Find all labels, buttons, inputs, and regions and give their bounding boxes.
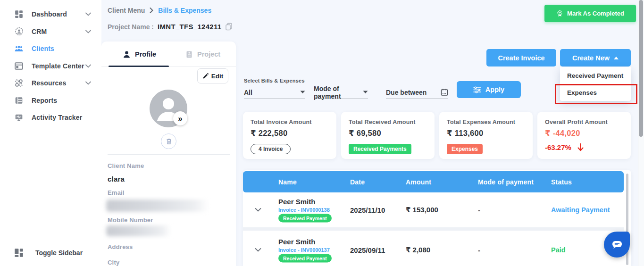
sidebar-item-clients[interactable]: Clients bbox=[0, 40, 101, 58]
edit-button-label: Edit bbox=[211, 73, 224, 80]
page-scrollbar-thumb[interactable] bbox=[639, 0, 643, 137]
row-invoice-link[interactable]: Invoice - INV0000138 bbox=[278, 207, 332, 213]
row-status-cell: Awaiting Payment bbox=[551, 206, 610, 214]
row-payer-name: Peer Smith bbox=[278, 198, 332, 206]
due-between-placeholder: Due between bbox=[386, 89, 427, 96]
tab-project-label: Project bbox=[197, 50, 220, 58]
address-label: Address bbox=[108, 243, 133, 250]
sidebar-item-reports[interactable]: Reports bbox=[0, 92, 101, 109]
table-row: Peer Smith Invoice - INV0000137 Received… bbox=[243, 234, 624, 266]
tab-profile[interactable]: Profile bbox=[123, 42, 156, 67]
avatar-delete-button[interactable] bbox=[161, 133, 176, 149]
project-doc-icon bbox=[185, 50, 193, 58]
divider bbox=[108, 154, 230, 155]
card-label: Total Received Amount bbox=[349, 119, 427, 125]
tab-profile-label: Profile bbox=[135, 50, 156, 58]
toggle-sidebar-button[interactable]: Toggle Sidebar bbox=[0, 243, 101, 262]
sidebar-item-label: Template Center bbox=[32, 62, 84, 70]
card-value: ₹ 69,580 bbox=[349, 129, 427, 138]
column-header-mode-of-payment: Mode of payment bbox=[478, 178, 534, 186]
pencil-icon bbox=[202, 73, 209, 79]
table-header-row: Name Date Amount Mode of payment Status bbox=[243, 171, 624, 192]
reports-icon bbox=[14, 96, 24, 105]
create-new-label: Create New bbox=[572, 54, 610, 62]
sidebar-item-label: Reports bbox=[32, 97, 57, 104]
sidebar-item-activity-tracker[interactable]: Activity Tracker bbox=[0, 109, 101, 126]
completed-badge-icon bbox=[556, 10, 563, 17]
bills-expenses-select[interactable]: All bbox=[244, 86, 305, 99]
sidebar-item-label: Resources bbox=[32, 79, 66, 87]
city-label: City bbox=[108, 259, 119, 266]
breadcrumb-current[interactable]: Bills & Expenses bbox=[158, 7, 211, 14]
client-profile-panel: Profile Project Edit » bbox=[101, 42, 236, 266]
row-received-payment-badge: Received Payment bbox=[278, 214, 332, 223]
template-center-icon bbox=[14, 61, 24, 71]
bills-expenses-table: Name Date Amount Mode of payment Status … bbox=[243, 170, 631, 266]
project-name-label: Project Name : bbox=[108, 23, 154, 31]
overall-profit-amount-card: Overall Profit Amount ₹ -44,020 -63.27% bbox=[537, 112, 631, 159]
row-mode-cell: - bbox=[478, 246, 480, 254]
total-invoice-amount-card: Total Invoice Amount ₹ 222,580 4 Invoice bbox=[243, 112, 336, 159]
row-mode-cell: - bbox=[478, 206, 480, 214]
sliders-icon bbox=[473, 86, 481, 93]
row-amount-cell: ₹ 2,080 bbox=[406, 246, 430, 254]
table-row: Peer Smith Invoice - INV0000138 Received… bbox=[243, 192, 624, 231]
due-between-datepicker[interactable]: Due between bbox=[386, 86, 448, 99]
mobile-number-label: Mobile Number bbox=[108, 216, 153, 224]
copy-icon[interactable] bbox=[225, 23, 233, 31]
row-name-cell: Peer Smith Invoice - INV0000138 Received… bbox=[278, 198, 332, 223]
mark-as-completed-button[interactable]: Mark As Completed bbox=[544, 5, 636, 22]
total-received-amount-card: Total Received Amount ₹ 69,580 Received … bbox=[341, 112, 435, 159]
profit-percent-row: -63.27% bbox=[545, 143, 623, 151]
avatar-expand-chevrons-icon[interactable]: » bbox=[173, 111, 187, 125]
mode-of-payment-select[interactable]: Mode of payment bbox=[314, 86, 368, 99]
mobile-number-value-redacted bbox=[106, 225, 171, 236]
row-date-cell: 2025/11/10 bbox=[350, 206, 385, 214]
activity-tracker-icon bbox=[14, 113, 24, 122]
sidebar-item-resources[interactable]: Resources bbox=[0, 75, 101, 92]
column-header-name: Name bbox=[278, 178, 297, 186]
chevron-right-icon bbox=[150, 8, 153, 13]
chevron-down-icon bbox=[300, 91, 305, 94]
bills-expenses-select-value: All bbox=[244, 89, 252, 96]
dashboard-grid-icon bbox=[14, 9, 24, 19]
create-new-button[interactable]: Create New bbox=[560, 49, 631, 66]
card-value: ₹ 222,580 bbox=[251, 129, 329, 138]
row-date-cell: 2025/09/11 bbox=[350, 246, 385, 254]
column-header-status: Status bbox=[551, 178, 572, 186]
card-value: ₹ -44,020 bbox=[545, 129, 623, 138]
breadcrumb-parent[interactable]: Client Menu bbox=[108, 7, 145, 14]
row-invoice-link[interactable]: Invoice - INV0000137 bbox=[278, 247, 332, 253]
toggle-sidebar-label: Toggle Sidebar bbox=[35, 249, 83, 257]
sidebar-item-template-center[interactable]: Template Center bbox=[0, 58, 101, 75]
edit-button[interactable]: Edit bbox=[197, 68, 228, 83]
menu-item-received-payment[interactable]: Received Payment bbox=[560, 67, 631, 84]
sidebar-item-label: CRM bbox=[32, 28, 47, 35]
chevron-down-icon bbox=[85, 30, 91, 33]
trash-icon bbox=[166, 138, 172, 145]
row-amount-cell: ₹ 153,000 bbox=[406, 206, 438, 214]
received-payments-badge: Received Payments bbox=[349, 144, 411, 154]
menu-item-expenses[interactable]: Expenses bbox=[560, 84, 631, 101]
invoice-count-pill[interactable]: 4 Invoice bbox=[251, 144, 291, 154]
column-header-amount: Amount bbox=[406, 178, 431, 186]
create-new-dropdown-menu: Received Payment Expenses bbox=[560, 67, 631, 101]
sidebar-item-label: Clients bbox=[32, 45, 54, 52]
crm-icon bbox=[14, 27, 24, 36]
page-scrollbar-track[interactable] bbox=[638, 0, 644, 266]
row-expand-chevron-icon[interactable] bbox=[255, 208, 261, 212]
app-root: Dashboard CRM Clients Temp bbox=[0, 0, 644, 266]
card-value: ₹ 113,600 bbox=[447, 129, 525, 138]
chevron-down-icon bbox=[85, 64, 91, 68]
row-received-payment-badge: Received Payment bbox=[278, 254, 332, 263]
row-expand-chevron-icon[interactable] bbox=[255, 248, 261, 252]
sidebar-item-label: Activity Tracker bbox=[32, 114, 82, 121]
tab-project[interactable]: Project bbox=[185, 42, 220, 67]
chat-widget-button[interactable] bbox=[604, 232, 630, 258]
sidebar-item-label: Dashboard bbox=[32, 10, 67, 18]
create-invoice-button[interactable]: Create Invoice bbox=[486, 49, 556, 66]
sidebar-item-crm[interactable]: CRM bbox=[0, 23, 101, 41]
client-name-value: clara bbox=[108, 175, 125, 183]
apply-button[interactable]: Apply bbox=[457, 81, 521, 98]
sidebar-item-dashboard[interactable]: Dashboard bbox=[0, 6, 101, 23]
